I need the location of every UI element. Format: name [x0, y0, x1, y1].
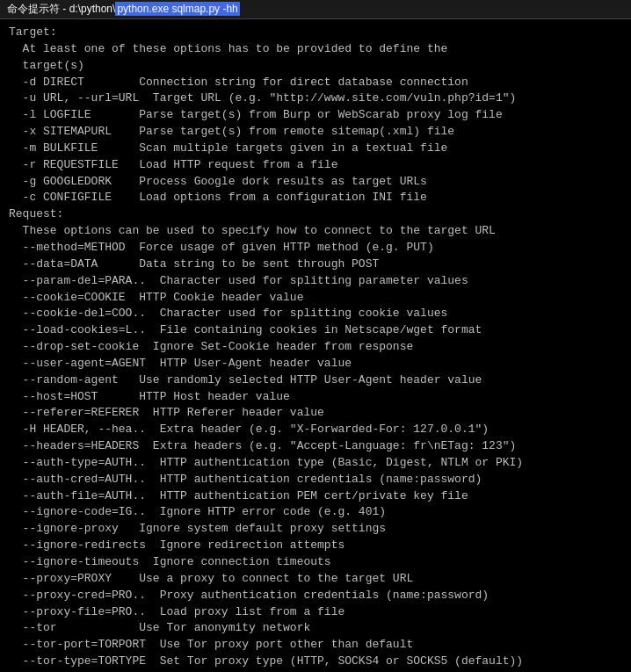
title-highlight: python.exe sqlmap.py -hh — [115, 2, 239, 16]
terminal-line: -c CONFIGFILE Load options from a config… — [9, 190, 622, 206]
terminal-line: --proxy-cred=PRO.. Proxy authentication … — [9, 588, 622, 604]
terminal-line: --load-cookies=L.. File containing cooki… — [9, 322, 622, 339]
terminal-line: -l LOGFILE Parse target(s) from Burp or … — [9, 107, 622, 124]
terminal-line: Target: — [9, 25, 622, 41]
terminal-line: --ignore-redirects Ignore redirection at… — [9, 538, 622, 554]
terminal-line: At least one of these options has to be … — [9, 41, 622, 58]
terminal-line: --headers=HEADERS Extra headers (e.g. "A… — [9, 438, 622, 455]
terminal-line: --random-agent Use randomly selected HTT… — [9, 372, 622, 389]
title-prefix: 命令提示符 - d:\python\ — [7, 3, 115, 15]
terminal-line: --ignore-timeouts Ignore connection time… — [9, 554, 622, 571]
terminal-line: --tor-port=TORPORT Use Tor proxy port ot… — [9, 637, 622, 654]
terminal-line: --method=METHOD Force usage of given HTT… — [9, 240, 622, 257]
terminal-line: --data=DATA Data string to be sent throu… — [9, 257, 622, 273]
terminal-line: --auth-cred=AUTH.. HTTP authentication c… — [9, 472, 622, 488]
terminal-line: --user-agent=AGENT HTTP User-Agent heade… — [9, 356, 622, 372]
title-bar: 命令提示符 - d:\python\python.exe sqlmap.py -… — [0, 0, 631, 19]
terminal-line: --tor Use Tor anonymity network — [9, 620, 622, 637]
terminal-line: --cookie-del=COO.. Character used for sp… — [9, 306, 622, 322]
terminal-line: --tor-type=TORTYPE Set Tor proxy type (H… — [9, 654, 622, 670]
terminal-line: target(s) — [9, 58, 622, 75]
terminal-line: --host=HOST HTTP Host header value — [9, 389, 622, 406]
terminal: Target: At least one of these options ha… — [0, 19, 631, 672]
terminal-line: --ignore-code=IG.. Ignore HTTP error cod… — [9, 504, 622, 521]
terminal-line: Request: — [9, 206, 622, 223]
terminal-line: -H HEADER, --hea.. Extra header (e.g. "X… — [9, 422, 622, 438]
terminal-line: --auth-type=AUTH.. HTTP authentication t… — [9, 455, 622, 472]
terminal-line: -r REQUESTFILE Load HTTP request from a … — [9, 157, 622, 174]
terminal-line: --ignore-proxy Ignore system default pro… — [9, 521, 622, 538]
terminal-line: --proxy=PROXY Use a proxy to connect to … — [9, 571, 622, 588]
terminal-line: --drop-set-cookie Ignore Set-Cookie head… — [9, 339, 622, 356]
terminal-line: --cookie=COOKIE HTTP Cookie header value — [9, 290, 622, 307]
title-bar-text: 命令提示符 - d:\python\python.exe sqlmap.py -… — [7, 2, 240, 17]
terminal-line: --proxy-file=PRO.. Load proxy list from … — [9, 604, 622, 621]
terminal-line: --auth-file=AUTH.. HTTP authentication P… — [9, 488, 622, 505]
terminal-line: -x SITEMAPURL Parse target(s) from remot… — [9, 124, 622, 141]
terminal-line: -d DIRECT Connection string for direct d… — [9, 75, 622, 91]
terminal-line: --referer=REFERER HTTP Referer header va… — [9, 405, 622, 422]
terminal-line: -g GOOGLEDORK Process Google dork result… — [9, 174, 622, 191]
terminal-line: -u URL, --url=URL Target URL (e.g. "http… — [9, 90, 622, 107]
terminal-line: --param-del=PARA.. Character used for sp… — [9, 273, 622, 290]
terminal-line: These options can be used to specify how… — [9, 223, 622, 240]
terminal-line: -m BULKFILE Scan multiple targets given … — [9, 141, 622, 157]
